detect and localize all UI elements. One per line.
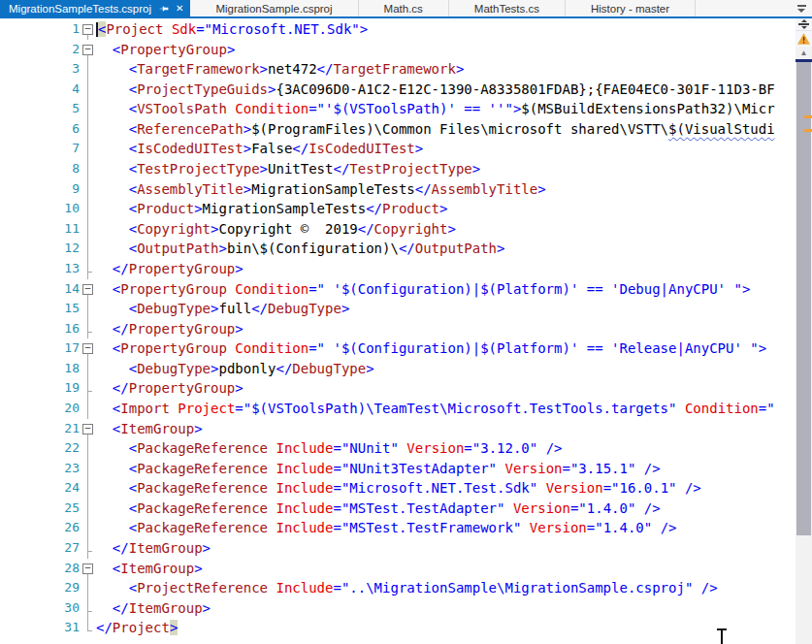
- code-line[interactable]: 5 <VSToolsPath Condition="'$(VSToolsPath…: [0, 99, 796, 119]
- code-text: </ItemGroup>: [96, 538, 211, 559]
- scrollbar-warning-mark[interactable]: [804, 115, 812, 118]
- fold-toggle-icon[interactable]: −: [82, 564, 93, 574]
- line-number: 23: [0, 459, 80, 479]
- tab-list-icon[interactable]: [791, 0, 812, 16]
- fold-guide: [80, 259, 96, 279]
- code-line[interactable]: 11 <Copyright>Copyright © 2019</Copyrigh…: [0, 219, 796, 240]
- code-line[interactable]: 31 </Project>: [0, 618, 796, 638]
- code-line[interactable]: 2 − <PropertyGroup>: [0, 40, 796, 60]
- fold-guide: [80, 578, 96, 598]
- code-line[interactable]: 3 <TargetFramework>net472</TargetFramewo…: [0, 59, 796, 80]
- fold-guide: [80, 139, 96, 159]
- code-text: <IsCodedUITest>False</IsCodedUITest>: [96, 139, 423, 159]
- code-line[interactable]: 12 <OutputPath>bin\$(Configuration)\</Ou…: [0, 239, 796, 259]
- tab-migrationsampletests-csproj[interactable]: MigrationSampleTests.csproj ✕: [0, 0, 190, 16]
- code-line[interactable]: 13 </PropertyGroup>: [0, 259, 796, 279]
- code-line[interactable]: 22 <PackageReference Include="NUnit" Ver…: [0, 438, 796, 459]
- fold-guide: [80, 459, 96, 479]
- fold-guide: [80, 399, 96, 419]
- document-tab[interactable]: History - master: [566, 0, 696, 16]
- line-number: 29: [0, 578, 80, 598]
- code-text: <ItemGroup>: [96, 419, 203, 439]
- split-editor-handle[interactable]: [796, 18, 812, 31]
- pin-icon[interactable]: [159, 4, 169, 14]
- fold-guide: [80, 59, 96, 80]
- code-line[interactable]: 26 <PackageReference Include="MSTest.Tes…: [0, 518, 796, 538]
- line-number: 26: [0, 518, 80, 538]
- fold-guide: [80, 478, 96, 499]
- tab-list-bar: [797, 5, 806, 7]
- code-line[interactable]: 18 <DebugType>pdbonly</DebugType>: [0, 359, 796, 379]
- document-tab[interactable]: Math.cs: [359, 0, 449, 16]
- line-number: 21: [0, 419, 80, 439]
- code-line[interactable]: 16 </PropertyGroup>: [0, 319, 796, 339]
- code-line[interactable]: 21 − <ItemGroup>: [0, 419, 796, 439]
- code-line[interactable]: 4 <ProjectTypeGuids>{3AC096D0-A1C2-E12C-…: [0, 80, 796, 100]
- close-icon[interactable]: ✕: [176, 4, 183, 14]
- fold-guide: −: [80, 40, 96, 60]
- fold-toggle-icon[interactable]: −: [82, 343, 93, 354]
- code-line[interactable]: 9 <AssemblyTitle>MigrationSampleTests</A…: [0, 179, 796, 200]
- code-text: <PropertyGroup Condition=" '$(Configurat…: [96, 279, 750, 300]
- scroll-up-icon[interactable]: ▲: [796, 47, 812, 59]
- code-line[interactable]: 6 <ReferencePath>$(ProgramFiles)\Common …: [0, 119, 796, 140]
- fold-guide: [80, 99, 96, 119]
- line-number: 7: [0, 139, 80, 159]
- fold-toggle-icon[interactable]: −: [82, 424, 93, 435]
- scrollbar-thumb[interactable]: [796, 62, 811, 535]
- fold-guide: [80, 299, 96, 319]
- code-text: <PropertyGroup Condition=" '$(Configurat…: [96, 338, 766, 359]
- inactive-tabs: MigrationSample.csproj Math.cs MathTests…: [190, 0, 696, 16]
- code-line[interactable]: 29 <ProjectReference Include="..\Migrati…: [0, 578, 796, 598]
- line-number: 1: [0, 19, 80, 40]
- code-text: <Project Sdk="Microsoft.NET.Sdk">: [96, 19, 368, 40]
- code-line[interactable]: 1 − <Project Sdk="Microsoft.NET.Sdk">: [0, 19, 796, 40]
- fold-toggle-icon[interactable]: −: [82, 24, 93, 35]
- line-number: 9: [0, 179, 80, 200]
- fold-guide: [80, 538, 96, 559]
- fold-guide: [80, 219, 96, 240]
- split-bar: [798, 23, 809, 25]
- warning-icon: [796, 31, 812, 47]
- code-line[interactable]: 17 − <PropertyGroup Condition=" '$(Confi…: [0, 338, 796, 359]
- document-tab[interactable]: MathTests.cs: [449, 0, 566, 16]
- tab-label: MigrationSample.csproj: [215, 3, 332, 15]
- code-text: <ProjectTypeGuids>{3AC096D0-A1C2-E12C-13…: [96, 80, 775, 100]
- fold-guide: [80, 598, 96, 619]
- line-number: 25: [0, 499, 80, 519]
- code-line[interactable]: 23 <PackageReference Include="NUnit3Test…: [0, 459, 796, 479]
- xml-editor-surface[interactable]: 1 − <Project Sdk="Microsoft.NET.Sdk"> 2 …: [0, 18, 796, 644]
- ibeam-mouse-cursor: [715, 627, 729, 644]
- code-line[interactable]: 8 <TestProjectType>UnitTest</TestProject…: [0, 159, 796, 179]
- code-text: <ProjectReference Include="..\MigrationS…: [96, 578, 718, 598]
- code-line[interactable]: 20 <Import Project="$(VSToolsPath)\TeamT…: [0, 399, 796, 419]
- code-line[interactable]: 15 <DebugType>full</DebugType>: [0, 299, 796, 319]
- code-line[interactable]: 10 <Product>MigrationSampleTests</Produc…: [0, 199, 796, 219]
- code-line[interactable]: 7 <IsCodedUITest>False</IsCodedUITest>: [0, 139, 796, 159]
- fold-guide: −: [80, 559, 96, 579]
- scrollbar-warning-mark[interactable]: [804, 129, 812, 132]
- line-number: 24: [0, 478, 80, 499]
- split-up-triangle: [801, 19, 807, 22]
- code-text: <Copyright>Copyright © 2019</Copyright>: [96, 219, 456, 240]
- code-line[interactable]: 28 − <ItemGroup>: [0, 559, 796, 579]
- code-text: <PackageReference Include="MSTest.TestFr…: [96, 518, 677, 538]
- line-number: 8: [0, 159, 80, 179]
- line-number: 2: [0, 40, 80, 60]
- code-text: <AssemblyTitle>MigrationSampleTests</Ass…: [96, 179, 546, 200]
- document-tab[interactable]: MigrationSample.csproj: [190, 0, 358, 16]
- line-number: 15: [0, 299, 80, 319]
- fold-toggle-icon[interactable]: −: [82, 45, 93, 55]
- code-line[interactable]: 25 <PackageReference Include="MSTest.Tes…: [0, 499, 796, 519]
- vertical-scrollbar[interactable]: ▲: [796, 18, 812, 644]
- code-line[interactable]: 14 − <PropertyGroup Condition=" '$(Confi…: [0, 279, 796, 300]
- split-down-triangle: [801, 26, 807, 29]
- fold-guide: [80, 119, 96, 140]
- fold-guide: [80, 378, 96, 399]
- code-line[interactable]: 24 <PackageReference Include="Microsoft.…: [0, 478, 796, 499]
- fold-toggle-icon[interactable]: −: [82, 284, 93, 295]
- code-line[interactable]: 30 </ItemGroup>: [0, 598, 796, 619]
- code-line[interactable]: 19 </PropertyGroup>: [0, 378, 796, 399]
- line-number: 20: [0, 399, 80, 419]
- code-line[interactable]: 27 </ItemGroup>: [0, 538, 796, 559]
